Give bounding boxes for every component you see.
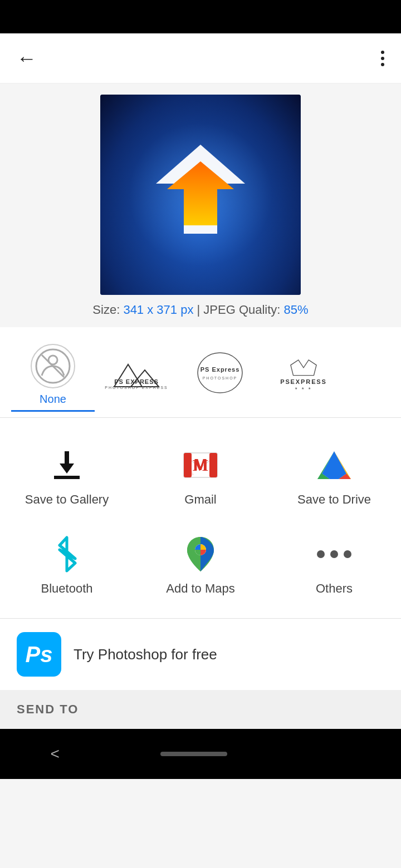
watermark-scroll: None PS EXPRESS PHOTOSHOP EXPRESS PS Ex <box>0 338 401 417</box>
svg-text:★ ★ ★: ★ ★ ★ <box>295 387 312 390</box>
save-gallery-label: Save to Gallery <box>25 492 109 507</box>
svg-rect-17 <box>54 476 80 479</box>
gmail-icon: M M <box>181 446 220 485</box>
svg-marker-12 <box>291 359 316 375</box>
quality-value: 85% <box>284 303 309 317</box>
top-nav: ← <box>0 33 401 83</box>
svg-marker-24 <box>322 451 346 474</box>
quality-separator: | JPEG Quality: <box>193 303 283 317</box>
maps-icon <box>181 535 220 574</box>
watermark-none[interactable]: None <box>11 344 95 412</box>
dot3 <box>381 63 384 66</box>
svg-text:M: M <box>193 456 208 474</box>
save-drive-label: Save to Drive <box>297 492 371 507</box>
svg-text:PHOTOSHOP EXPRESS: PHOTOSHOP EXPRESS <box>105 386 168 389</box>
svg-text:PHOTOSHOP: PHOTOSHOP <box>203 376 238 380</box>
send-to-section: SEND TO <box>0 690 401 729</box>
watermark-ps3[interactable]: PSEXPRESS ★ ★ ★ <box>262 351 345 406</box>
others-icon <box>315 535 354 574</box>
dot-1 <box>317 550 325 558</box>
gmail-label: Gmail <box>184 492 216 507</box>
dot1 <box>381 51 384 54</box>
image-preview <box>100 95 301 295</box>
share-gmail[interactable]: M M Gmail <box>134 429 267 518</box>
share-others[interactable]: Others <box>267 518 401 607</box>
others-label: Others <box>316 581 353 596</box>
app-icon-svg <box>145 139 256 250</box>
promo-banner[interactable]: Ps Try Photoshop for free <box>0 618 401 690</box>
app-icon-shape <box>145 139 256 250</box>
svg-text:PS EXPRESS: PS EXPRESS <box>114 378 159 385</box>
ps1-icon: PS EXPRESS PHOTOSHOP EXPRESS <box>103 351 170 395</box>
send-to-label: SEND TO <box>17 702 384 717</box>
nav-back-button[interactable]: < <box>51 745 60 763</box>
save-gallery-icon <box>47 446 86 485</box>
dot-3 <box>344 550 351 558</box>
watermark-ps1[interactable]: PS EXPRESS PHOTOSHOP EXPRESS <box>95 351 178 406</box>
status-bar <box>0 0 401 33</box>
size-value: 341 x 371 px <box>123 303 193 317</box>
share-save-drive[interactable]: Save to Drive <box>267 429 401 518</box>
maps-label: Add to Maps <box>166 581 235 596</box>
share-save-gallery[interactable]: Save to Gallery <box>0 429 134 518</box>
svg-point-9 <box>198 353 242 393</box>
svg-text:PSEXPRESS: PSEXPRESS <box>280 378 327 385</box>
share-add-maps[interactable]: Add to Maps <box>134 518 267 607</box>
image-meta: Size: 341 x 371 px | JPEG Quality: 85% <box>92 303 308 317</box>
watermark-ps2[interactable]: PS Express PHOTOSHOP <box>178 351 262 406</box>
more-options-button[interactable] <box>381 51 384 66</box>
no-watermark-icon <box>31 344 75 388</box>
save-drive-icon <box>315 446 354 485</box>
svg-text:PS Express: PS Express <box>200 366 240 373</box>
none-label: None <box>40 393 66 406</box>
promo-text: Try Photoshop for free <box>74 646 217 663</box>
ps2-icon: PS Express PHOTOSHOP <box>195 351 245 395</box>
bluetooth-icon <box>47 535 86 574</box>
svg-rect-21 <box>209 453 217 477</box>
size-label: Size: <box>92 303 123 317</box>
dot2 <box>381 57 384 60</box>
bottom-nav: < <box>0 729 401 779</box>
nav-home-indicator[interactable] <box>160 752 227 756</box>
bluetooth-label: Bluetooth <box>41 581 93 596</box>
share-bluetooth[interactable]: Bluetooth <box>0 518 134 607</box>
back-button[interactable]: ← <box>17 47 37 70</box>
svg-marker-16 <box>60 463 74 474</box>
ps3-icon: PSEXPRESS ★ ★ ★ <box>270 351 337 395</box>
share-section: Save to Gallery M <box>0 418 401 618</box>
svg-point-4 <box>48 356 57 364</box>
image-preview-section: Size: 341 x 371 px | JPEG Quality: 85% <box>0 83 401 327</box>
share-grid: Save to Gallery M <box>0 429 401 607</box>
svg-rect-20 <box>184 453 192 477</box>
watermark-section: None PS EXPRESS PHOTOSHOP EXPRESS PS Ex <box>0 327 401 418</box>
dot-2 <box>330 550 338 558</box>
three-dots-icon <box>317 550 351 558</box>
photoshop-icon: Ps <box>17 632 61 677</box>
